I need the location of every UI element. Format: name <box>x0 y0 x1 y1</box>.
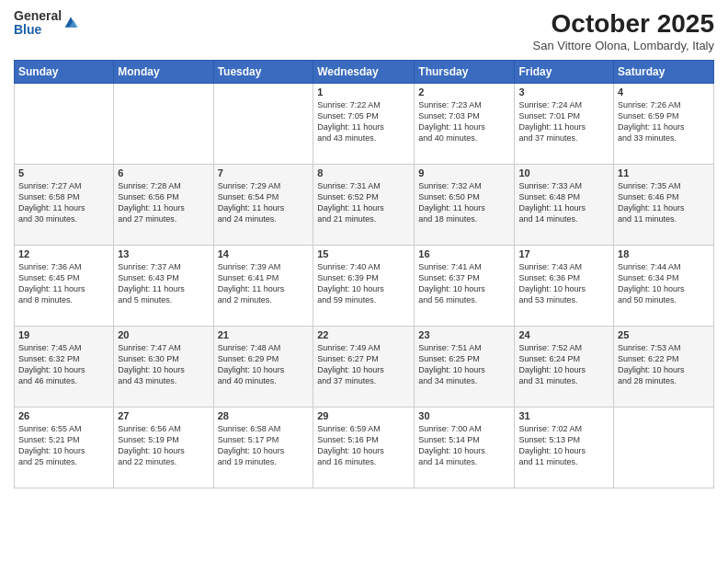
logo-blue-text: Blue <box>14 23 62 37</box>
day-number: 3 <box>518 86 609 98</box>
cell-3-2: 13Sunrise: 7:37 AM Sunset: 6:43 PM Dayli… <box>114 246 213 327</box>
cell-5-1: 26Sunrise: 6:55 AM Sunset: 5:21 PM Dayli… <box>15 408 114 488</box>
cell-content: Sunrise: 7:48 AM Sunset: 6:29 PM Dayligh… <box>218 342 310 387</box>
cell-content: Sunrise: 7:39 AM Sunset: 6:41 PM Dayligh… <box>218 261 310 306</box>
cell-content: Sunrise: 7:37 AM Sunset: 6:43 PM Dayligh… <box>118 261 209 306</box>
day-number: 26 <box>18 410 109 421</box>
cell-content: Sunrise: 7:44 AM Sunset: 6:34 PM Dayligh… <box>618 261 710 306</box>
col-thursday: Thursday <box>415 61 515 84</box>
location: San Vittore Olona, Lombardy, Italy <box>532 39 714 52</box>
day-number: 6 <box>118 167 209 178</box>
cell-content: Sunrise: 7:22 AM Sunset: 7:05 PM Dayligh… <box>317 99 410 144</box>
cell-content: Sunrise: 6:56 AM Sunset: 5:19 PM Dayligh… <box>118 423 209 468</box>
cell-content: Sunrise: 7:47 AM Sunset: 6:30 PM Dayligh… <box>118 342 209 387</box>
cell-1-1 <box>15 84 114 165</box>
cell-5-4: 29Sunrise: 6:59 AM Sunset: 5:16 PM Dayli… <box>313 408 415 488</box>
cell-5-3: 28Sunrise: 6:58 AM Sunset: 5:17 PM Dayli… <box>213 408 313 488</box>
cell-4-5: 23Sunrise: 7:51 AM Sunset: 6:25 PM Dayli… <box>415 327 515 408</box>
day-number: 20 <box>118 329 209 340</box>
cell-4-6: 24Sunrise: 7:52 AM Sunset: 6:24 PM Dayli… <box>515 327 614 408</box>
logo: General Blue <box>14 9 78 38</box>
day-number: 10 <box>518 167 609 178</box>
cell-2-5: 9Sunrise: 7:32 AM Sunset: 6:50 PM Daylig… <box>415 165 515 246</box>
week-row-5: 26Sunrise: 6:55 AM Sunset: 5:21 PM Dayli… <box>15 408 714 488</box>
cell-2-4: 8Sunrise: 7:31 AM Sunset: 6:52 PM Daylig… <box>313 165 415 246</box>
day-number: 25 <box>618 329 710 340</box>
col-wednesday: Wednesday <box>313 61 415 84</box>
day-number: 31 <box>518 410 609 421</box>
day-number: 18 <box>618 248 710 259</box>
day-number: 4 <box>618 86 710 98</box>
cell-4-1: 19Sunrise: 7:45 AM Sunset: 6:32 PM Dayli… <box>15 327 114 408</box>
cell-1-7: 4Sunrise: 7:26 AM Sunset: 6:59 PM Daylig… <box>614 84 714 165</box>
cell-content: Sunrise: 7:32 AM Sunset: 6:50 PM Dayligh… <box>418 180 510 225</box>
cell-2-6: 10Sunrise: 7:33 AM Sunset: 6:48 PM Dayli… <box>515 165 614 246</box>
cell-content: Sunrise: 7:36 AM Sunset: 6:45 PM Dayligh… <box>18 261 109 306</box>
cell-2-1: 5Sunrise: 7:27 AM Sunset: 6:58 PM Daylig… <box>15 165 114 246</box>
month-title: October 2025 <box>532 9 714 39</box>
cell-5-6: 31Sunrise: 7:02 AM Sunset: 5:13 PM Dayli… <box>515 408 614 488</box>
page: General Blue October 2025 San Vittore Ol… <box>0 0 728 563</box>
cell-content: Sunrise: 7:35 AM Sunset: 6:46 PM Dayligh… <box>618 180 710 225</box>
cell-1-2 <box>114 84 213 165</box>
col-tuesday: Tuesday <box>213 61 313 84</box>
cell-2-2: 6Sunrise: 7:28 AM Sunset: 6:56 PM Daylig… <box>114 165 213 246</box>
day-number: 1 <box>317 86 410 98</box>
day-number: 2 <box>418 86 510 98</box>
cell-2-3: 7Sunrise: 7:29 AM Sunset: 6:54 PM Daylig… <box>213 165 313 246</box>
week-row-3: 12Sunrise: 7:36 AM Sunset: 6:45 PM Dayli… <box>15 246 714 327</box>
cell-content: Sunrise: 7:43 AM Sunset: 6:36 PM Dayligh… <box>518 261 609 306</box>
cell-3-3: 14Sunrise: 7:39 AM Sunset: 6:41 PM Dayli… <box>213 246 313 327</box>
cell-5-7 <box>614 408 714 488</box>
cell-2-7: 11Sunrise: 7:35 AM Sunset: 6:46 PM Dayli… <box>614 165 714 246</box>
cell-content: Sunrise: 7:23 AM Sunset: 7:03 PM Dayligh… <box>418 99 510 144</box>
cell-1-4: 1Sunrise: 7:22 AM Sunset: 7:05 PM Daylig… <box>313 84 415 165</box>
cell-1-3 <box>213 84 313 165</box>
cell-content: Sunrise: 7:24 AM Sunset: 7:01 PM Dayligh… <box>518 99 609 144</box>
cell-4-7: 25Sunrise: 7:53 AM Sunset: 6:22 PM Dayli… <box>614 327 714 408</box>
day-number: 17 <box>518 248 609 259</box>
day-number: 21 <box>218 329 310 340</box>
day-number: 8 <box>317 167 410 178</box>
cell-content: Sunrise: 7:31 AM Sunset: 6:52 PM Dayligh… <box>317 180 410 225</box>
day-number: 24 <box>518 329 609 340</box>
cell-1-5: 2Sunrise: 7:23 AM Sunset: 7:03 PM Daylig… <box>415 84 515 165</box>
cell-content: Sunrise: 7:53 AM Sunset: 6:22 PM Dayligh… <box>618 342 710 387</box>
day-number: 29 <box>317 410 410 421</box>
col-friday: Friday <box>515 61 614 84</box>
cell-content: Sunrise: 6:58 AM Sunset: 5:17 PM Dayligh… <box>218 423 310 468</box>
cell-content: Sunrise: 7:26 AM Sunset: 6:59 PM Dayligh… <box>618 99 710 144</box>
cell-5-2: 27Sunrise: 6:56 AM Sunset: 5:19 PM Dayli… <box>114 408 213 488</box>
cell-3-5: 16Sunrise: 7:41 AM Sunset: 6:37 PM Dayli… <box>415 246 515 327</box>
day-number: 12 <box>18 248 109 259</box>
cell-content: Sunrise: 7:49 AM Sunset: 6:27 PM Dayligh… <box>317 342 410 387</box>
logo-icon <box>63 16 78 30</box>
week-row-4: 19Sunrise: 7:45 AM Sunset: 6:32 PM Dayli… <box>15 327 714 408</box>
cell-3-4: 15Sunrise: 7:40 AM Sunset: 6:39 PM Dayli… <box>313 246 415 327</box>
col-sunday: Sunday <box>15 61 114 84</box>
day-number: 13 <box>118 248 209 259</box>
day-number: 22 <box>317 329 410 340</box>
cell-content: Sunrise: 6:55 AM Sunset: 5:21 PM Dayligh… <box>18 423 109 468</box>
cell-content: Sunrise: 7:45 AM Sunset: 6:32 PM Dayligh… <box>18 342 109 387</box>
cell-5-5: 30Sunrise: 7:00 AM Sunset: 5:14 PM Dayli… <box>415 408 515 488</box>
cell-3-6: 17Sunrise: 7:43 AM Sunset: 6:36 PM Dayli… <box>515 246 614 327</box>
cell-content: Sunrise: 7:27 AM Sunset: 6:58 PM Dayligh… <box>18 180 109 225</box>
cell-3-7: 18Sunrise: 7:44 AM Sunset: 6:34 PM Dayli… <box>614 246 714 327</box>
header: General Blue October 2025 San Vittore Ol… <box>14 9 714 52</box>
cell-content: Sunrise: 7:41 AM Sunset: 6:37 PM Dayligh… <box>418 261 510 306</box>
col-saturday: Saturday <box>614 61 714 84</box>
cell-content: Sunrise: 6:59 AM Sunset: 5:16 PM Dayligh… <box>317 423 410 468</box>
day-number: 19 <box>18 329 109 340</box>
cell-content: Sunrise: 7:52 AM Sunset: 6:24 PM Dayligh… <box>518 342 609 387</box>
cell-content: Sunrise: 7:28 AM Sunset: 6:56 PM Dayligh… <box>118 180 209 225</box>
cell-4-3: 21Sunrise: 7:48 AM Sunset: 6:29 PM Dayli… <box>213 327 313 408</box>
day-number: 14 <box>218 248 310 259</box>
cell-content: Sunrise: 7:00 AM Sunset: 5:14 PM Dayligh… <box>418 423 510 468</box>
day-number: 11 <box>618 167 710 178</box>
day-number: 16 <box>418 248 510 259</box>
day-number: 5 <box>18 167 109 178</box>
day-number: 15 <box>317 248 410 259</box>
week-row-2: 5Sunrise: 7:27 AM Sunset: 6:58 PM Daylig… <box>15 165 714 246</box>
logo-general-text: General <box>14 9 62 23</box>
